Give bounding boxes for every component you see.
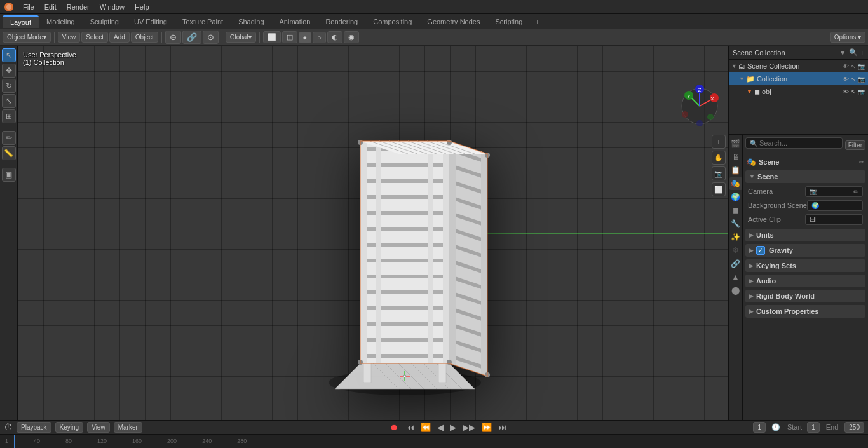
collection-render-icon[interactable]: 📷 (858, 76, 865, 83)
menu-window[interactable]: Window (95, 2, 130, 12)
collection-eye-icon[interactable]: 👁 (843, 76, 849, 83)
play-btn[interactable]: ▶ (450, 423, 456, 432)
gravity-header[interactable]: ▶ ✓ Gravity (745, 244, 865, 257)
add-workspace-button[interactable]: + (530, 16, 544, 27)
annotate-tool-btn[interactable]: ✏ (2, 131, 16, 145)
obj-eye-icon[interactable]: 👁 (843, 88, 849, 95)
modifier-props-tab[interactable]: 🔧 (729, 217, 742, 230)
add-cube-btn[interactable]: ▣ (2, 168, 16, 182)
obj-render-icon[interactable]: 📷 (858, 88, 865, 95)
units-header[interactable]: ▶ Units (745, 229, 865, 241)
gravity-checkbox[interactable]: ✓ (756, 246, 765, 255)
tab-texture-paint[interactable]: Texture Paint (175, 16, 231, 27)
zoom-in-btn[interactable]: + (712, 135, 726, 149)
scene-props-tab active[interactable]: 🎭 (729, 177, 742, 190)
world-props-tab[interactable]: 🌍 (729, 191, 742, 203)
transform-btn[interactable]: ⊕ (165, 31, 181, 44)
end-frame-field[interactable]: 250 (844, 422, 864, 433)
render-props-tab[interactable]: 🎬 (729, 137, 742, 150)
render-preview-btn[interactable]: ◐ (327, 31, 342, 43)
outliner-search-icon[interactable]: 🔍 (849, 48, 858, 57)
tab-animation[interactable]: Animation (272, 16, 318, 27)
rendered-btn[interactable]: ◉ (344, 31, 359, 43)
prev-frame-btn[interactable]: ◀ (437, 423, 444, 432)
tree-obj[interactable]: ▼ ◼ obj 👁 ↖ 📷 (729, 85, 868, 98)
tab-scripting[interactable]: Scripting (487, 16, 530, 27)
particles-props-tab[interactable]: ✨ (729, 231, 742, 243)
viewport-gizmo[interactable]: X Y Z (677, 84, 722, 128)
scene-prop-edit-icon[interactable]: ✏ (859, 158, 864, 166)
scale-tool-btn[interactable]: ⤡ (2, 94, 16, 108)
measure-tool-btn[interactable]: 📏 (2, 146, 16, 160)
menu-help[interactable]: Help (130, 2, 154, 12)
eye-icon[interactable]: 👁 (843, 63, 849, 70)
custom-props-header[interactable]: ▶ Custom Properties (745, 305, 865, 318)
menu-edit[interactable]: Edit (39, 2, 62, 12)
viewport-3d[interactable]: User Perspective (1) Collection X Y Z (18, 46, 728, 420)
timeline-icon[interactable]: ⏱ (4, 422, 13, 432)
transform-tool-btn[interactable]: ⊞ (2, 109, 16, 123)
view-menu-btn[interactable]: View (58, 32, 81, 43)
snap-btn[interactable]: 🔗 (182, 31, 201, 44)
blender-logo[interactable] (3, 1, 15, 13)
wireframe-btn[interactable]: ○ (313, 32, 326, 43)
data-props-tab[interactable]: ▲ (729, 271, 742, 283)
current-frame-field[interactable]: 1 (753, 422, 766, 433)
pan-btn[interactable]: ✋ (712, 151, 726, 165)
material-props-tab[interactable]: ⬤ (729, 284, 742, 297)
solid-btn[interactable]: ● (299, 32, 312, 43)
object-props-tab[interactable]: ◼ (729, 204, 742, 217)
audio-header[interactable]: ▶ Audio (745, 275, 865, 287)
select-menu-btn[interactable]: Select (81, 32, 108, 43)
object-mode-dropdown[interactable]: Object Mode ▾ (3, 32, 51, 43)
next-keyframe-btn[interactable]: ⏩ (482, 423, 492, 432)
tree-collection[interactable]: ▼ 📁 Collection 👁 ↖ 📷 (729, 72, 868, 85)
tab-rendering[interactable]: Rendering (318, 16, 365, 27)
props-search-input[interactable] (759, 139, 838, 147)
tab-uv-editing[interactable]: UV Editing (126, 16, 175, 27)
transform-space-dropdown[interactable]: Global ▾ (226, 32, 256, 43)
rigid-body-header[interactable]: ▶ Rigid Body World (745, 290, 865, 302)
xray-btn[interactable]: ◫ (282, 31, 297, 43)
render-icon[interactable]: 📷 (858, 63, 865, 70)
tab-sculpting[interactable]: Sculpting (83, 16, 126, 27)
select-icon[interactable]: ↖ (851, 63, 856, 70)
frame-selected-btn[interactable]: ⬜ (712, 182, 726, 196)
active-clip-value[interactable]: 🎞 (805, 214, 863, 225)
obj-cursor-icon[interactable]: ↖ (851, 88, 856, 95)
start-frame-field[interactable]: 1 (807, 422, 820, 433)
proportional-btn[interactable]: ⊙ (203, 31, 219, 44)
scene-subsection-header[interactable]: ▼ Scene (745, 170, 865, 183)
cursor-tool-btn[interactable]: ↖ (2, 48, 16, 62)
overlay-btn[interactable]: ⬜ (263, 31, 281, 43)
background-scene-value[interactable]: 🌍 (807, 200, 863, 211)
playback-btn[interactable]: Playback (17, 422, 51, 433)
tab-geometry-nodes[interactable]: Geometry Nodes (419, 16, 487, 27)
view-btn[interactable]: View (87, 422, 110, 433)
view-layer-props-tab[interactable]: 📋 (729, 164, 742, 177)
menu-render[interactable]: Render (62, 2, 95, 12)
camera-view-btn[interactable]: 📷 (712, 166, 726, 180)
tab-layout[interactable]: Layout (3, 15, 39, 28)
add-menu-btn[interactable]: Add (109, 32, 130, 43)
props-filter-button[interactable]: Filter (845, 140, 865, 150)
prev-keyframe-btn[interactable]: ⏪ (421, 423, 431, 432)
skip-last-btn[interactable]: ⏭ (498, 423, 506, 432)
object-menu-btn[interactable]: Object (131, 32, 158, 43)
move-tool-btn[interactable]: ✥ (2, 64, 16, 78)
tab-compositing[interactable]: Compositing (365, 16, 419, 27)
timeline-body[interactable]: 1 40 80 120 160 200 240 280 (0, 435, 868, 448)
keying-sets-header[interactable]: ▶ Keying Sets (745, 259, 865, 272)
outliner-filter-icon[interactable]: ▼ (839, 49, 846, 57)
tree-scene-collection[interactable]: ▼ 🗂 Scene Collection 👁 ↖ 📷 (729, 60, 868, 72)
rotate-tool-btn[interactable]: ↻ (2, 79, 16, 93)
camera-edit-btn[interactable]: ✏ (853, 188, 858, 195)
physics-props-tab[interactable]: ⚛ (729, 244, 742, 257)
props-search-box[interactable]: 🔍 (745, 137, 843, 149)
next-frame-btn[interactable]: ▶▶ (463, 423, 475, 432)
marker-btn[interactable]: Marker (114, 422, 142, 433)
record-btn[interactable]: ⏺ (390, 423, 398, 432)
constraints-props-tab[interactable]: 🔗 (729, 257, 742, 270)
menu-file[interactable]: File (18, 2, 39, 12)
collection-select-icon[interactable]: ↖ (851, 76, 856, 83)
